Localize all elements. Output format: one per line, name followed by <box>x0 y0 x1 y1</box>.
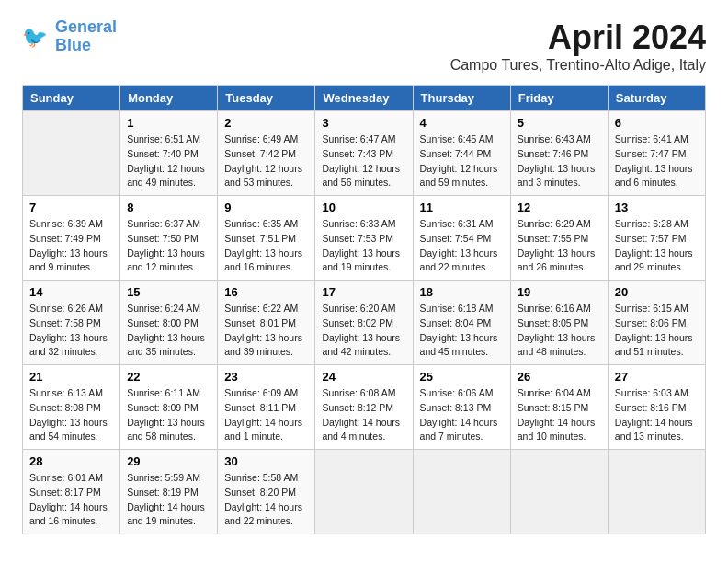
date-number: 2 <box>224 116 308 130</box>
calendar-cell: 8Sunrise: 6:37 AM Sunset: 7:50 PM Daylig… <box>120 196 218 281</box>
cell-content: Sunrise: 6:08 AM Sunset: 8:12 PM Dayligh… <box>322 386 405 444</box>
calendar-cell: 19Sunrise: 6:16 AM Sunset: 8:05 PM Dayli… <box>510 281 608 365</box>
date-number: 25 <box>420 370 504 384</box>
calendar-cell: 4Sunrise: 6:45 AM Sunset: 7:44 PM Daylig… <box>413 111 510 196</box>
cell-content: Sunrise: 6:43 AM Sunset: 7:46 PM Dayligh… <box>518 132 601 190</box>
calendar-cell <box>413 450 510 534</box>
cell-content: Sunrise: 6:20 AM Sunset: 8:02 PM Dayligh… <box>322 302 405 360</box>
date-number: 4 <box>420 116 504 130</box>
cell-content: Sunrise: 6:06 AM Sunset: 8:13 PM Dayligh… <box>420 386 504 444</box>
week-row-5: 28Sunrise: 6:01 AM Sunset: 8:17 PM Dayli… <box>23 450 706 534</box>
calendar-cell <box>608 450 705 534</box>
col-header-tuesday: Tuesday <box>218 86 315 111</box>
cell-content: Sunrise: 6:18 AM Sunset: 8:04 PM Dayligh… <box>420 302 504 360</box>
calendar-cell: 16Sunrise: 6:22 AM Sunset: 8:01 PM Dayli… <box>218 281 315 365</box>
date-number: 8 <box>127 201 210 214</box>
date-number: 17 <box>322 285 405 299</box>
calendar-cell: 28Sunrise: 6:01 AM Sunset: 8:17 PM Dayli… <box>23 450 120 534</box>
calendar-cell: 20Sunrise: 6:15 AM Sunset: 8:06 PM Dayli… <box>608 281 705 365</box>
date-number: 7 <box>29 201 113 214</box>
cell-content: Sunrise: 6:51 AM Sunset: 7:40 PM Dayligh… <box>127 132 210 190</box>
calendar-cell: 29Sunrise: 5:59 AM Sunset: 8:19 PM Dayli… <box>120 450 218 534</box>
logo: 🐦 General Blue <box>22 18 117 55</box>
subtitle: Campo Tures, Trentino-Alto Adige, Italy <box>450 57 706 74</box>
cell-content: Sunrise: 6:49 AM Sunset: 7:42 PM Dayligh… <box>224 132 308 190</box>
cell-content: Sunrise: 6:47 AM Sunset: 7:43 PM Dayligh… <box>322 132 405 190</box>
date-number: 12 <box>518 201 601 214</box>
date-number: 9 <box>224 201 308 214</box>
calendar-table: SundayMondayTuesdayWednesdayThursdayFrid… <box>22 85 706 534</box>
calendar-cell: 13Sunrise: 6:28 AM Sunset: 7:57 PM Dayli… <box>608 196 705 281</box>
date-number: 3 <box>322 116 405 130</box>
svg-text:🐦: 🐦 <box>22 25 48 50</box>
main-title: April 2024 <box>450 18 706 57</box>
title-block: April 2024 Campo Tures, Trentino-Alto Ad… <box>450 18 706 74</box>
date-number: 1 <box>127 116 210 130</box>
calendar-cell: 27Sunrise: 6:03 AM Sunset: 8:16 PM Dayli… <box>608 365 705 450</box>
col-header-sunday: Sunday <box>23 86 120 111</box>
col-header-saturday: Saturday <box>608 86 705 111</box>
cell-content: Sunrise: 6:28 AM Sunset: 7:57 PM Dayligh… <box>615 217 699 275</box>
calendar-cell: 22Sunrise: 6:11 AM Sunset: 8:09 PM Dayli… <box>120 365 218 450</box>
cell-content: Sunrise: 6:31 AM Sunset: 7:54 PM Dayligh… <box>420 217 504 275</box>
cell-content: Sunrise: 5:59 AM Sunset: 8:19 PM Dayligh… <box>127 471 210 529</box>
calendar-cell: 3Sunrise: 6:47 AM Sunset: 7:43 PM Daylig… <box>315 111 413 196</box>
date-number: 10 <box>322 201 405 214</box>
date-number: 30 <box>224 454 308 468</box>
cell-content: Sunrise: 6:45 AM Sunset: 7:44 PM Dayligh… <box>420 132 504 190</box>
calendar-cell <box>510 450 608 534</box>
calendar-cell: 25Sunrise: 6:06 AM Sunset: 8:13 PM Dayli… <box>413 365 510 450</box>
calendar-cell: 6Sunrise: 6:41 AM Sunset: 7:47 PM Daylig… <box>608 111 705 196</box>
date-number: 11 <box>420 201 504 214</box>
calendar-cell: 5Sunrise: 6:43 AM Sunset: 7:46 PM Daylig… <box>510 111 608 196</box>
calendar-cell: 23Sunrise: 6:09 AM Sunset: 8:11 PM Dayli… <box>218 365 315 450</box>
calendar-cell: 9Sunrise: 6:35 AM Sunset: 7:51 PM Daylig… <box>218 196 315 281</box>
col-header-monday: Monday <box>120 86 218 111</box>
week-row-2: 7Sunrise: 6:39 AM Sunset: 7:49 PM Daylig… <box>23 196 706 281</box>
date-number: 21 <box>29 370 113 384</box>
header-row: SundayMondayTuesdayWednesdayThursdayFrid… <box>23 86 706 111</box>
cell-content: Sunrise: 6:33 AM Sunset: 7:53 PM Dayligh… <box>322 217 405 275</box>
calendar-cell: 2Sunrise: 6:49 AM Sunset: 7:42 PM Daylig… <box>218 111 315 196</box>
calendar-cell: 1Sunrise: 6:51 AM Sunset: 7:40 PM Daylig… <box>120 111 218 196</box>
calendar-cell <box>315 450 413 534</box>
calendar-cell: 18Sunrise: 6:18 AM Sunset: 8:04 PM Dayli… <box>413 281 510 365</box>
calendar-cell: 11Sunrise: 6:31 AM Sunset: 7:54 PM Dayli… <box>413 196 510 281</box>
col-header-wednesday: Wednesday <box>315 86 413 111</box>
calendar-cell <box>23 111 120 196</box>
week-row-4: 21Sunrise: 6:13 AM Sunset: 8:08 PM Dayli… <box>23 365 706 450</box>
cell-content: Sunrise: 6:04 AM Sunset: 8:15 PM Dayligh… <box>518 386 601 444</box>
cell-content: Sunrise: 6:22 AM Sunset: 8:01 PM Dayligh… <box>224 302 308 360</box>
week-row-3: 14Sunrise: 6:26 AM Sunset: 7:58 PM Dayli… <box>23 281 706 365</box>
calendar-cell: 24Sunrise: 6:08 AM Sunset: 8:12 PM Dayli… <box>315 365 413 450</box>
date-number: 5 <box>518 116 601 130</box>
date-number: 26 <box>518 370 601 384</box>
date-number: 14 <box>29 285 113 299</box>
cell-content: Sunrise: 6:24 AM Sunset: 8:00 PM Dayligh… <box>127 302 210 360</box>
cell-content: Sunrise: 6:11 AM Sunset: 8:09 PM Dayligh… <box>127 386 210 444</box>
cell-content: Sunrise: 6:15 AM Sunset: 8:06 PM Dayligh… <box>615 302 699 360</box>
calendar-cell: 12Sunrise: 6:29 AM Sunset: 7:55 PM Dayli… <box>510 196 608 281</box>
calendar-cell: 17Sunrise: 6:20 AM Sunset: 8:02 PM Dayli… <box>315 281 413 365</box>
cell-content: Sunrise: 5:58 AM Sunset: 8:20 PM Dayligh… <box>224 471 308 529</box>
col-header-friday: Friday <box>510 86 608 111</box>
cell-content: Sunrise: 6:09 AM Sunset: 8:11 PM Dayligh… <box>224 386 308 444</box>
cell-content: Sunrise: 6:35 AM Sunset: 7:51 PM Dayligh… <box>224 217 308 275</box>
date-number: 23 <box>224 370 308 384</box>
cell-content: Sunrise: 6:41 AM Sunset: 7:47 PM Dayligh… <box>615 132 699 190</box>
cell-content: Sunrise: 6:29 AM Sunset: 7:55 PM Dayligh… <box>518 217 601 275</box>
date-number: 15 <box>127 285 210 299</box>
calendar-cell: 7Sunrise: 6:39 AM Sunset: 7:49 PM Daylig… <box>23 196 120 281</box>
cell-content: Sunrise: 6:26 AM Sunset: 7:58 PM Dayligh… <box>29 302 113 360</box>
col-header-thursday: Thursday <box>413 86 510 111</box>
cell-content: Sunrise: 6:39 AM Sunset: 7:49 PM Dayligh… <box>29 217 113 275</box>
date-number: 29 <box>127 454 210 468</box>
date-number: 6 <box>615 116 699 130</box>
calendar-cell: 10Sunrise: 6:33 AM Sunset: 7:53 PM Dayli… <box>315 196 413 281</box>
date-number: 19 <box>518 285 601 299</box>
week-row-1: 1Sunrise: 6:51 AM Sunset: 7:40 PM Daylig… <box>23 111 706 196</box>
date-number: 18 <box>420 285 504 299</box>
date-number: 24 <box>322 370 405 384</box>
cell-content: Sunrise: 6:03 AM Sunset: 8:16 PM Dayligh… <box>615 386 699 444</box>
calendar-cell: 15Sunrise: 6:24 AM Sunset: 8:00 PM Dayli… <box>120 281 218 365</box>
